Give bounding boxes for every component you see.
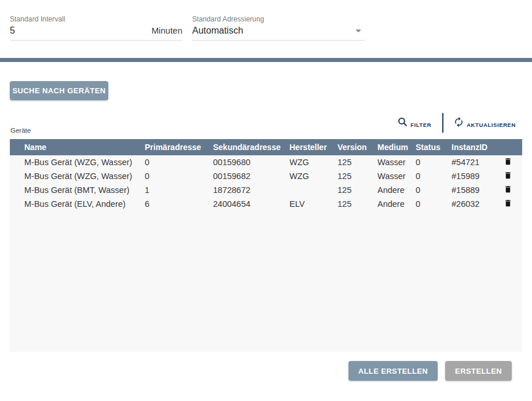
cell-status: 0 <box>416 172 452 181</box>
cell-name: M-Bus Gerät (BMT, Wasser) <box>10 185 145 195</box>
delete-device-button[interactable] <box>499 198 516 210</box>
delete-device-button[interactable] <box>499 170 516 183</box>
cell-name: M-Bus Gerät (WZG, Wasser) <box>10 172 145 181</box>
search-icon <box>397 116 408 129</box>
table-row: M-Bus Gerät (WZG, Wasser) 0 00159682 WZG… <box>10 169 522 183</box>
devices-table: Name Primäradresse Sekundäradresse Herst… <box>10 139 522 352</box>
refresh-label: AKTUALISIEREN <box>467 122 516 129</box>
cell-medium: Andere <box>377 199 416 209</box>
standard-interval-field: Standard Intervall Minuten <box>10 15 182 41</box>
section-divider <box>0 58 532 62</box>
cell-instance-id: #15889 <box>452 185 496 195</box>
table-header-row: Name Primäradresse Sekundäradresse Herst… <box>10 139 522 155</box>
cell-medium: Andere <box>377 185 416 195</box>
table-caption: Geräte <box>10 127 31 134</box>
column-header-manufacturer: Hersteller <box>289 143 337 152</box>
search-devices-button[interactable]: SUCHE NACH GERÄTEN <box>10 81 108 100</box>
create-button[interactable]: ERSTELLEN <box>445 361 512 381</box>
filter-label: FILTER <box>410 122 431 129</box>
standard-addressing-value: Automatisch <box>192 25 243 36</box>
delete-device-button[interactable] <box>499 156 516 169</box>
standard-interval-input[interactable] <box>10 25 126 36</box>
cell-medium: Wasser <box>377 172 416 181</box>
column-header-name: Name <box>10 143 145 152</box>
table-toolbar: FILTER AKTUALISIEREN <box>395 112 518 133</box>
refresh-icon <box>453 116 464 129</box>
toolbar-separator <box>442 113 443 133</box>
cell-name: M-Bus Gerät (ELV, Andere) <box>10 199 145 209</box>
cell-version: 125 <box>337 172 377 181</box>
table-row: M-Bus Gerät (ELV, Andere) 6 24004654 ELV… <box>10 197 522 211</box>
column-header-status: Status <box>416 143 452 152</box>
column-header-version: Version <box>337 143 377 152</box>
cell-medium: Wasser <box>377 158 416 167</box>
trash-icon <box>504 198 512 210</box>
cell-manufacturer: WZG <box>289 158 337 167</box>
cell-primary-address: 0 <box>145 172 213 181</box>
cell-version: 125 <box>337 199 377 209</box>
filter-button[interactable]: FILTER <box>395 116 434 129</box>
column-header-instance-id: InstanzID <box>452 143 496 152</box>
cell-status: 0 <box>416 199 452 209</box>
cell-secondary-address: 24004654 <box>213 199 289 209</box>
refresh-button[interactable]: AKTUALISIEREN <box>451 116 518 129</box>
cell-name: M-Bus Gerät (WZG, Wasser) <box>10 158 145 167</box>
cell-instance-id: #15989 <box>452 172 496 181</box>
standard-addressing-label: Standard Adressierung <box>192 15 365 23</box>
standard-addressing-field: Standard Adressierung Automatisch <box>192 15 365 41</box>
trash-icon <box>504 184 512 196</box>
cell-manufacturer: WZG <box>289 172 337 181</box>
trash-icon <box>504 170 512 182</box>
cell-secondary-address: 18728672 <box>213 185 289 195</box>
cell-primary-address: 6 <box>145 199 213 209</box>
table-row: M-Bus Gerät (WZG, Wasser) 0 00159680 WZG… <box>10 155 522 169</box>
cell-primary-address: 1 <box>145 185 213 195</box>
cell-status: 0 <box>416 158 452 167</box>
column-header-medium: Medium <box>377 143 416 152</box>
device-settings-page: Standard Intervall Minuten Standard Adre… <box>0 0 532 401</box>
standard-interval-suffix: Minuten <box>152 25 182 35</box>
cell-instance-id: #54721 <box>452 158 496 167</box>
table-body: M-Bus Gerät (WZG, Wasser) 0 00159680 WZG… <box>10 155 522 352</box>
cell-status: 0 <box>416 185 452 195</box>
cell-instance-id: #26032 <box>452 199 496 209</box>
column-header-secondary-address: Sekundäradresse <box>213 143 289 152</box>
cell-version: 125 <box>337 158 377 167</box>
cell-secondary-address: 00159680 <box>213 158 289 167</box>
chevron-down-icon <box>355 30 361 32</box>
delete-device-button[interactable] <box>499 184 516 196</box>
cell-primary-address: 0 <box>145 158 213 167</box>
table-row: M-Bus Gerät (BMT, Wasser) 1 18728672 125… <box>10 183 522 197</box>
standard-addressing-select[interactable]: Automatisch <box>192 25 365 36</box>
cell-secondary-address: 00159682 <box>213 172 289 181</box>
footer-actions: ALLE ERSTELLEN ERSTELLEN <box>348 361 512 381</box>
create-all-button[interactable]: ALLE ERSTELLEN <box>348 361 438 381</box>
cell-manufacturer: ELV <box>289 199 337 209</box>
column-header-primary-address: Primäradresse <box>145 143 213 152</box>
standard-interval-label: Standard Intervall <box>10 15 182 23</box>
trash-icon <box>504 156 512 168</box>
cell-version: 125 <box>337 185 377 195</box>
